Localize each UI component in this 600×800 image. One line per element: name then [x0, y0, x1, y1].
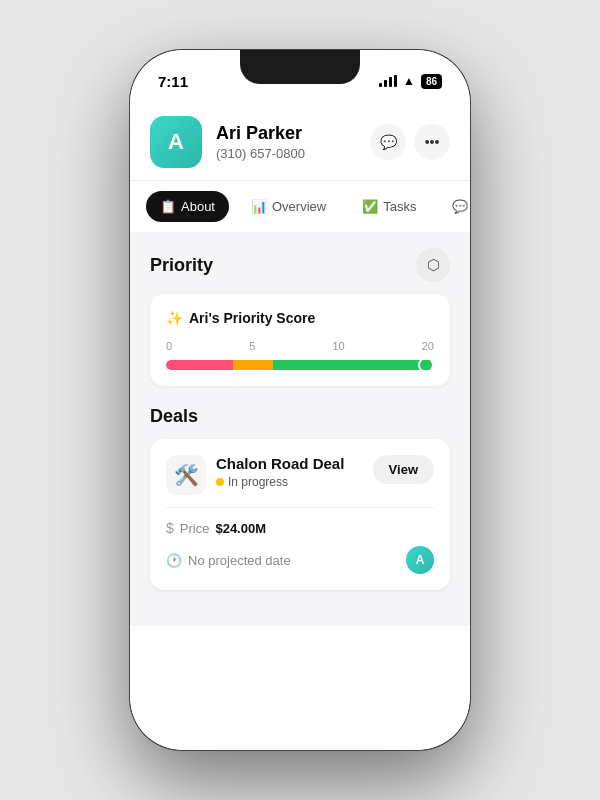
contact-info: A Ari Parker (310) 657-0800 [150, 116, 305, 168]
signal-icon [379, 75, 397, 87]
deal-row: 🛠️ Chalon Road Deal In progress [166, 455, 434, 495]
score-indicator [426, 360, 434, 370]
priority-section-header: Priority ⬡ [150, 248, 450, 282]
date-label: No projected date [188, 553, 291, 568]
view-deal-button[interactable]: View [373, 455, 434, 484]
contact-row: A Ari Parker (310) 657-0800 💬 ••• [150, 116, 450, 168]
sparkle-icon: ✨ [166, 310, 183, 326]
score-segment-pink [166, 360, 233, 370]
deals-card: 🛠️ Chalon Road Deal In progress [150, 439, 450, 590]
priority-card: ✨ Ari's Priority Score 0 5 10 20 [150, 294, 450, 386]
deal-icon: 🛠️ [166, 455, 206, 495]
main-content: Priority ⬡ ✨ Ari's Priority Score 0 5 10… [130, 232, 470, 626]
tab-inbox[interactable]: 💬 In... [438, 191, 470, 222]
inbox-tab-icon: 💬 [452, 199, 468, 214]
deal-left: 🛠️ Chalon Road Deal In progress [166, 455, 344, 495]
contact-phone: (310) 657-0800 [216, 146, 305, 161]
deal-status: In progress [216, 475, 344, 489]
deals-title: Deals [150, 406, 198, 427]
status-icons: ▲ 86 [379, 74, 442, 89]
tab-overview-label: Overview [272, 199, 326, 214]
tab-about[interactable]: 📋 About [146, 191, 229, 222]
phone-frame: 7:11 ▲ 86 A [130, 50, 470, 750]
deal-price-row: $ Price $24.00M [166, 520, 434, 536]
deal-date-row: 🕐 No projected date A [166, 546, 434, 574]
deal-assignee-avatar: A [406, 546, 434, 574]
status-time: 7:11 [158, 73, 188, 90]
phone-screen: 7:11 ▲ 86 A [130, 50, 470, 750]
contact-name: Ari Parker [216, 123, 305, 144]
price-value: $24.00M [215, 521, 266, 536]
priority-score-label: ✨ Ari's Priority Score [166, 310, 434, 326]
priority-settings-button[interactable]: ⬡ [416, 248, 450, 282]
status-bar: 7:11 ▲ 86 [130, 50, 470, 100]
price-icon: $ [166, 520, 174, 536]
contact-header: A Ari Parker (310) 657-0800 💬 ••• [130, 100, 470, 181]
price-label: Price [180, 521, 210, 536]
score-bar [166, 360, 434, 370]
more-button[interactable]: ••• [414, 124, 450, 160]
overview-tab-icon: 📊 [251, 199, 267, 214]
battery-indicator: 86 [421, 74, 442, 89]
tabs-bar: 📋 About 📊 Overview ✅ Tasks 💬 In... [130, 181, 470, 232]
deal-name: Chalon Road Deal [216, 455, 344, 472]
score-scale: 0 5 10 20 [166, 340, 434, 352]
clock-icon: 🕐 [166, 553, 182, 568]
score-segment-orange [233, 360, 273, 370]
deal-info: Chalon Road Deal In progress [216, 455, 344, 489]
deals-section: Deals 🛠️ Chalon Road Deal [150, 406, 450, 590]
tab-tasks-label: Tasks [383, 199, 416, 214]
priority-title: Priority [150, 255, 213, 276]
score-segment-green [273, 360, 426, 370]
tab-overview[interactable]: 📊 Overview [237, 191, 340, 222]
tab-tasks[interactable]: ✅ Tasks [348, 191, 430, 222]
about-tab-icon: 📋 [160, 199, 176, 214]
deal-divider [166, 507, 434, 508]
notch [240, 50, 360, 84]
message-button[interactable]: 💬 [370, 124, 406, 160]
priority-section: Priority ⬡ ✨ Ari's Priority Score 0 5 10… [150, 248, 450, 386]
avatar: A [150, 116, 202, 168]
deals-section-header: Deals [150, 406, 450, 427]
app-content: A Ari Parker (310) 657-0800 💬 ••• [130, 100, 470, 750]
status-dot-icon [216, 478, 224, 486]
tab-about-label: About [181, 199, 215, 214]
wifi-icon: ▲ [403, 74, 415, 88]
tasks-tab-icon: ✅ [362, 199, 378, 214]
contact-details: Ari Parker (310) 657-0800 [216, 123, 305, 161]
header-actions: 💬 ••• [370, 124, 450, 160]
